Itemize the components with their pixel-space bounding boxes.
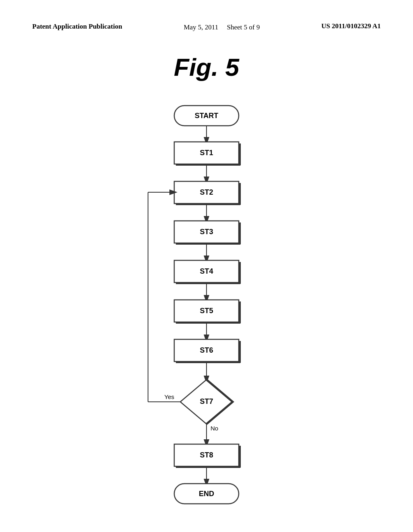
- st1-label: ST1: [200, 149, 213, 157]
- start-label: START: [195, 112, 219, 120]
- end-label: END: [199, 490, 214, 498]
- st3-label: ST3: [200, 228, 213, 236]
- flowchart-diagram: START ST1 ST2 ST3 ST4: [86, 98, 327, 509]
- header-center: May 5, 2011 Sheet 5 of 9: [184, 22, 260, 33]
- publication-label: Patent Application Publication: [32, 22, 122, 31]
- st6-label: ST6: [200, 346, 213, 354]
- patent-number: US 2011/0102329 A1: [321, 22, 381, 30]
- sheet-label: Sheet 5 of 9: [227, 23, 260, 31]
- st8-label: ST8: [200, 451, 213, 459]
- page: Patent Application Publication May 5, 20…: [0, 0, 413, 532]
- st5-label: ST5: [200, 307, 213, 315]
- st7-label: ST7: [200, 397, 213, 405]
- figure-title: Fig. 5: [0, 53, 413, 81]
- header: Patent Application Publication May 5, 20…: [0, 0, 413, 41]
- date-label: May 5, 2011: [184, 23, 218, 31]
- st2-label: ST2: [200, 188, 213, 196]
- st4-label: ST4: [200, 267, 213, 275]
- no-label: No: [211, 425, 218, 432]
- yes-label: Yes: [165, 393, 174, 400]
